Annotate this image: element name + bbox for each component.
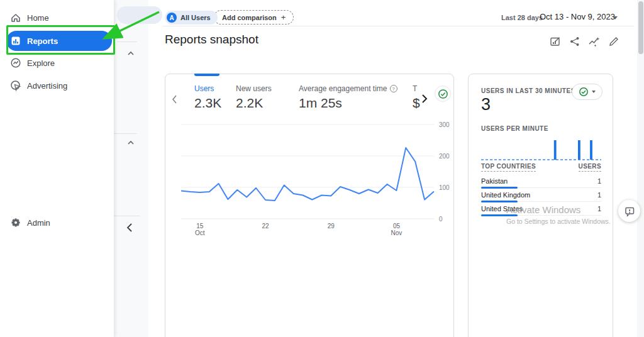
topbar-divider xyxy=(162,26,634,26)
chevron-down-icon xyxy=(592,91,596,93)
country-row: Pakistan 1 xyxy=(481,174,601,188)
nav-divider xyxy=(113,133,137,134)
audience-label: All Users xyxy=(180,14,211,21)
feedback-button[interactable] xyxy=(618,200,640,222)
reports-snapshot-card: Users 2.3K New users 2.2K Average engage… xyxy=(165,74,454,337)
metric-label: New users xyxy=(236,84,272,93)
home-icon xyxy=(10,12,21,23)
realtime-status-badge[interactable] xyxy=(572,84,602,100)
realtime-title: USERS IN LAST 30 MINUTES xyxy=(481,87,575,94)
data-quality-check-icon[interactable] xyxy=(435,86,451,102)
plus-icon: + xyxy=(281,13,286,22)
gear-icon xyxy=(10,217,21,228)
metric-tab-new-users[interactable]: New users 2.2K xyxy=(236,84,272,111)
add-comparison-label: Add comparison xyxy=(222,14,277,21)
sidebar-item-home[interactable]: Home xyxy=(0,9,114,26)
nav-divider xyxy=(113,216,140,216)
nav-divider xyxy=(117,41,137,42)
svg-text:200: 200 xyxy=(439,153,450,160)
feedback-bubble-icon xyxy=(624,206,635,217)
country-users: 1 xyxy=(597,205,601,213)
date-preset-label: Last 28 days xyxy=(501,14,543,21)
metric-label: Users xyxy=(194,84,221,93)
metric-tab-users[interactable]: Users 2.3K xyxy=(194,84,221,111)
check-circle-icon xyxy=(579,87,589,97)
selected-metric-indicator xyxy=(194,74,219,76)
chevron-down-icon[interactable] xyxy=(613,16,618,19)
customize-report-icon[interactable] xyxy=(548,35,562,48)
audience-avatar: A xyxy=(167,13,177,23)
sidebar-item-label: Explore xyxy=(27,58,55,68)
svg-text:05: 05 xyxy=(393,223,401,229)
scrollbar-thumb[interactable] xyxy=(638,1,643,54)
activate-windows-watermark: Activate Windows xyxy=(506,204,580,215)
metric-label: T xyxy=(413,84,420,93)
country-users: 1 xyxy=(597,177,601,185)
collapse-nav-chevron[interactable] xyxy=(126,223,133,235)
collapse-section-chevron-up[interactable] xyxy=(127,48,135,59)
advertising-icon xyxy=(10,80,21,91)
page-title: Reports snapshot xyxy=(165,33,258,47)
svg-text:300: 300 xyxy=(439,121,450,128)
country-name: Pakistan xyxy=(481,177,508,185)
edit-icon[interactable] xyxy=(607,35,621,48)
help-icon[interactable]: ? xyxy=(390,85,397,92)
metric-value: 2.3K xyxy=(194,96,221,111)
share-icon[interactable] xyxy=(568,35,582,48)
country-name: United Kingdom xyxy=(481,191,530,199)
explore-icon xyxy=(10,57,21,69)
add-comparison-button[interactable]: Add comparison + xyxy=(214,10,294,25)
realtime-users-value: 3 xyxy=(481,95,491,114)
metric-tab-avg-engagement[interactable]: Average engagement time? 1m 25s xyxy=(299,84,397,111)
users-per-minute-label: USERS PER MINUTE xyxy=(481,125,548,132)
metric-carousel-next-button[interactable] xyxy=(419,93,430,107)
audience-chip[interactable]: A All Users xyxy=(165,11,218,25)
svg-text:Oct: Oct xyxy=(195,229,205,236)
users-header: USERS xyxy=(579,163,601,172)
metric-value: 1m 25s xyxy=(299,96,397,111)
collapse-section-chevron-up[interactable] xyxy=(127,137,135,148)
search-bar-remnant[interactable] xyxy=(117,6,162,24)
sidebar-item-explore[interactable]: Explore xyxy=(0,54,114,72)
sidebar-item-label: Admin xyxy=(27,218,50,228)
sidebar-item-admin[interactable]: Admin xyxy=(0,214,114,231)
metric-carousel-prev-button[interactable] xyxy=(170,94,179,107)
svg-text:Nov: Nov xyxy=(391,229,402,236)
svg-text:15: 15 xyxy=(196,223,204,229)
top-countries-header: TOP COUNTRIES xyxy=(481,163,536,172)
users-per-minute-chart xyxy=(481,135,601,163)
date-range-selector[interactable]: Oct 13 - Nov 9, 2023 xyxy=(540,12,615,21)
sidebar-item-label: Advertising xyxy=(27,81,67,91)
country-users: 1 xyxy=(597,191,601,199)
country-row: United Kingdom 1 xyxy=(481,188,601,202)
metric-value: 2.2K xyxy=(236,96,272,111)
activate-windows-subtext: Go to Settings to activate Windows. xyxy=(506,218,611,225)
insights-icon[interactable] xyxy=(587,35,601,48)
metric-label: Average engagement time xyxy=(299,84,387,93)
svg-text:0: 0 xyxy=(439,216,443,223)
sidebar-item-advertising[interactable]: Advertising xyxy=(0,77,114,94)
sidebar-item-label: Home xyxy=(27,13,49,23)
svg-text:29: 29 xyxy=(328,223,335,229)
svg-text:100: 100 xyxy=(439,184,450,191)
users-line-chart: 010020030015Oct222905Nov xyxy=(165,118,455,244)
annotation-highlight-box xyxy=(6,25,115,55)
svg-text:22: 22 xyxy=(262,223,269,229)
